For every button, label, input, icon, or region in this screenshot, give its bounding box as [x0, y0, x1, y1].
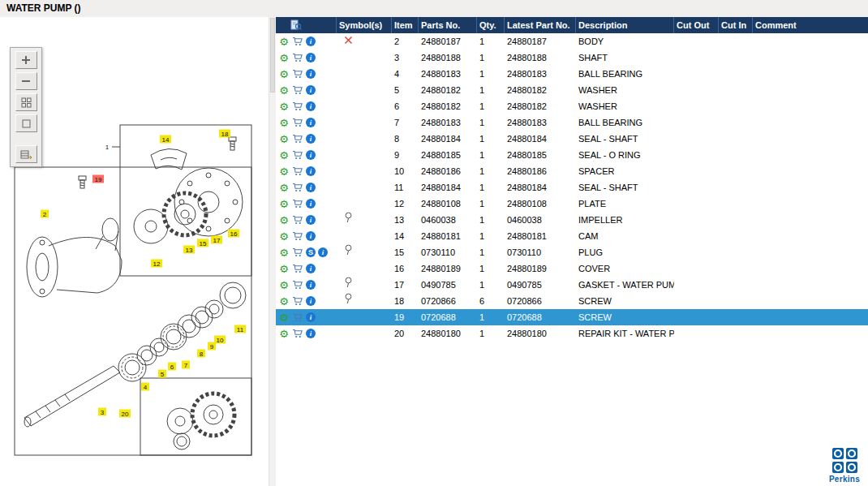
- gear-icon[interactable]: ⚙: [278, 85, 290, 96]
- cart-icon[interactable]: [292, 329, 303, 338]
- diagram-callout-20[interactable]: 20: [119, 410, 131, 419]
- info-icon[interactable]: i: [306, 231, 316, 241]
- print-button[interactable]: [15, 145, 37, 163]
- diagram-callout-17[interactable]: 17: [211, 236, 222, 245]
- single-view-button[interactable]: [15, 114, 37, 132]
- diagram-callout-14[interactable]: 14: [160, 135, 171, 144]
- gear-icon[interactable]: ⚙: [278, 53, 290, 63]
- table-row-item-7[interactable]: ⚙i724880183124880183BALL BEARING: [276, 114, 868, 131]
- cart-icon[interactable]: [292, 166, 303, 176]
- table-row-item-8[interactable]: ⚙i824880184124880184SEAL - SHAFT: [276, 131, 868, 147]
- diagram-callout-7[interactable]: 7: [182, 361, 190, 370]
- info-icon[interactable]: i: [306, 199, 316, 209]
- gear-icon[interactable]: ⚙: [278, 199, 290, 209]
- table-row-item-15[interactable]: ⚙Si15073011010730110PLUG: [276, 244, 868, 260]
- info-icon[interactable]: i: [306, 280, 316, 290]
- gear-icon[interactable]: ⚙: [278, 183, 290, 193]
- table-row-item-5[interactable]: ⚙i524880182124880182WASHER: [276, 82, 868, 98]
- table-row-item-20[interactable]: ⚙i2024880180124880180REPAIR KIT - WATER …: [276, 325, 868, 342]
- table-row-item-13[interactable]: ⚙i13046003810460038IMPELLER: [276, 212, 868, 228]
- diagram-callout-12[interactable]: 12: [151, 260, 162, 269]
- cart-icon[interactable]: [292, 101, 303, 111]
- table-row-item-18[interactable]: ⚙i18072086660720866SCREW: [276, 293, 868, 309]
- scrollbar-thumb[interactable]: [270, 18, 275, 92]
- zoom-in-button[interactable]: [15, 51, 37, 69]
- table-row-item-17[interactable]: ⚙i17049078510490785GASKET - WATER PUMP: [276, 277, 868, 293]
- cart-icon[interactable]: [292, 312, 303, 322]
- info-icon[interactable]: i: [306, 215, 316, 225]
- gear-icon[interactable]: ⚙: [278, 247, 290, 258]
- diagram-callout-15[interactable]: 15: [197, 239, 208, 248]
- diagram-callout-11[interactable]: 11: [234, 325, 246, 334]
- diagram-callout-1[interactable]: 1: [105, 144, 110, 151]
- info-icon[interactable]: i: [306, 118, 316, 127]
- diagram-callout-10[interactable]: 10: [214, 336, 226, 345]
- diagram-callout-8[interactable]: 8: [197, 350, 205, 359]
- cart-icon[interactable]: [292, 215, 303, 225]
- gear-icon[interactable]: ⚙: [278, 134, 290, 144]
- info-icon[interactable]: i: [318, 247, 328, 257]
- diagram-callout-16[interactable]: 16: [228, 230, 239, 239]
- info-icon[interactable]: i: [306, 312, 316, 322]
- gear-icon[interactable]: ⚙: [278, 312, 290, 323]
- info-icon[interactable]: i: [306, 37, 316, 46]
- info-icon[interactable]: i: [306, 264, 316, 273]
- cart-icon[interactable]: [292, 264, 303, 273]
- gear-icon[interactable]: ⚙: [278, 69, 290, 80]
- info-icon[interactable]: i: [306, 183, 316, 192]
- cart-icon[interactable]: [292, 53, 303, 62]
- cart-icon[interactable]: [292, 183, 303, 192]
- table-row-item-16[interactable]: ⚙i1624880189124880189COVER: [276, 260, 868, 277]
- diagram-callout-18[interactable]: 18: [219, 130, 230, 139]
- gear-icon[interactable]: ⚙: [278, 101, 290, 112]
- cart-icon[interactable]: [292, 199, 303, 209]
- cart-icon[interactable]: [292, 280, 303, 290]
- table-row-item-2[interactable]: ⚙i224880187124880187BODY: [276, 33, 868, 49]
- gear-icon[interactable]: ⚙: [278, 37, 290, 47]
- diagram-callout-3[interactable]: 3: [98, 408, 106, 417]
- s-badge-icon[interactable]: S: [306, 247, 316, 257]
- table-row-item-4[interactable]: ⚙i424880183124880183BALL BEARING: [276, 66, 868, 82]
- table-row-item-9[interactable]: ⚙i924880185124880185SEAL - O RING: [276, 147, 868, 163]
- gear-icon[interactable]: ⚙: [278, 231, 290, 242]
- info-icon[interactable]: i: [306, 53, 316, 62]
- gear-icon[interactable]: ⚙: [278, 150, 290, 161]
- gear-icon[interactable]: ⚙: [278, 215, 290, 226]
- tile-views-button[interactable]: [15, 93, 37, 111]
- gear-icon[interactable]: ⚙: [278, 264, 290, 274]
- diagram-callout-4[interactable]: 4: [141, 383, 149, 392]
- gear-icon[interactable]: ⚙: [278, 296, 290, 307]
- diagram-callout-13[interactable]: 13: [183, 246, 195, 255]
- gear-icon[interactable]: ⚙: [278, 280, 290, 290]
- diagram-callout-5[interactable]: 5: [158, 370, 166, 379]
- zoom-out-button[interactable]: [15, 72, 37, 90]
- table-row-item-6[interactable]: ⚙i624880182124880182WASHER: [276, 98, 868, 114]
- diagram-callout-2[interactable]: 2: [41, 210, 49, 219]
- info-icon[interactable]: i: [306, 150, 316, 160]
- cart-icon[interactable]: [292, 231, 303, 241]
- info-icon[interactable]: i: [306, 329, 316, 338]
- diagram-callout-6[interactable]: 6: [168, 363, 176, 372]
- cart-icon[interactable]: [292, 69, 303, 79]
- table-row-item-19[interactable]: ⚙i19072068810720688SCREW: [276, 309, 868, 325]
- info-icon[interactable]: i: [306, 69, 316, 79]
- table-row-item-3[interactable]: ⚙i324880188124880188SHAFT: [276, 49, 868, 66]
- table-row-item-11[interactable]: ⚙i1124880184124880184SEAL - SHAFT: [276, 179, 868, 196]
- cart-icon[interactable]: [292, 247, 303, 257]
- gear-icon[interactable]: ⚙: [278, 329, 290, 339]
- info-icon[interactable]: i: [306, 85, 316, 95]
- cart-icon[interactable]: [292, 85, 303, 95]
- diagram-callout-19[interactable]: 19: [92, 175, 104, 184]
- info-icon[interactable]: i: [306, 101, 316, 111]
- gear-icon[interactable]: ⚙: [278, 166, 290, 177]
- gear-icon[interactable]: ⚙: [278, 118, 290, 128]
- info-icon[interactable]: i: [306, 134, 316, 144]
- cart-icon[interactable]: [292, 118, 303, 127]
- table-row-item-12[interactable]: ⚙i1224880108124880108PLATE: [276, 196, 868, 212]
- cart-icon[interactable]: [292, 134, 303, 144]
- cart-icon[interactable]: [292, 150, 303, 160]
- table-row-item-14[interactable]: ⚙i1424880181124880181CAM: [276, 228, 868, 244]
- cart-icon[interactable]: [292, 37, 303, 46]
- cart-icon[interactable]: [292, 296, 303, 306]
- info-icon[interactable]: i: [306, 296, 316, 306]
